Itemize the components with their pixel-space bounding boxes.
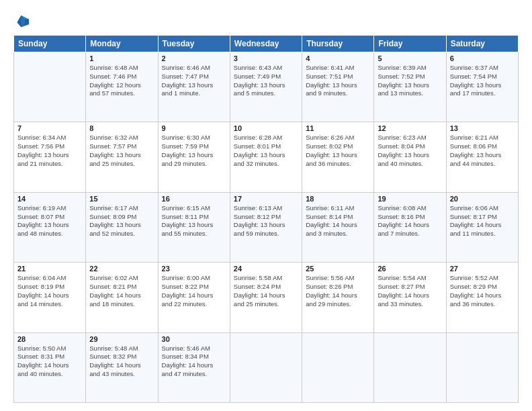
calendar-cell: 24Sunrise: 5:58 AMSunset: 8:24 PMDayligh… <box>230 263 302 332</box>
calendar-cell: 12Sunrise: 6:23 AMSunset: 8:04 PMDayligh… <box>374 122 446 192</box>
weekday-header-tuesday: Tuesday <box>158 36 230 52</box>
day-info: Sunrise: 6:04 AMSunset: 8:19 PMDaylight:… <box>17 274 82 308</box>
calendar-cell: 4Sunrise: 6:41 AMSunset: 7:51 PMDaylight… <box>302 52 374 122</box>
day-number: 26 <box>378 265 442 273</box>
day-info: Sunrise: 5:56 AMSunset: 8:26 PMDaylight:… <box>306 274 370 308</box>
day-info: Sunrise: 6:21 AMSunset: 8:06 PMDaylight:… <box>450 134 515 168</box>
calendar-cell: 13Sunrise: 6:21 AMSunset: 8:06 PMDayligh… <box>446 122 518 192</box>
calendar-cell: 25Sunrise: 5:56 AMSunset: 8:26 PMDayligh… <box>302 263 374 332</box>
calendar-cell: 30Sunrise: 5:46 AMSunset: 8:34 PMDayligh… <box>158 332 230 402</box>
day-info: Sunrise: 6:08 AMSunset: 8:16 PMDaylight:… <box>378 204 442 238</box>
weekday-header-monday: Monday <box>86 36 158 52</box>
day-number: 3 <box>234 54 298 62</box>
day-number: 22 <box>89 265 154 273</box>
day-number: 27 <box>450 265 515 273</box>
day-number: 21 <box>17 265 82 273</box>
calendar-cell: 15Sunrise: 6:17 AMSunset: 8:09 PMDayligh… <box>86 192 158 262</box>
calendar-cell <box>446 332 518 402</box>
day-info: Sunrise: 5:46 AMSunset: 8:34 PMDaylight:… <box>162 345 226 379</box>
day-info: Sunrise: 6:11 AMSunset: 8:14 PMDaylight:… <box>306 204 370 238</box>
day-info: Sunrise: 5:48 AMSunset: 8:32 PMDaylight:… <box>89 345 154 379</box>
day-number: 24 <box>234 265 298 273</box>
logo <box>13 12 31 28</box>
day-info: Sunrise: 6:00 AMSunset: 8:22 PMDaylight:… <box>162 274 226 308</box>
day-info: Sunrise: 6:19 AMSunset: 8:07 PMDaylight:… <box>17 204 82 238</box>
day-number: 11 <box>306 124 370 132</box>
day-number: 7 <box>17 124 82 132</box>
calendar-cell <box>374 332 446 402</box>
calendar-cell: 19Sunrise: 6:08 AMSunset: 8:16 PMDayligh… <box>374 192 446 262</box>
day-number: 18 <box>306 195 370 203</box>
day-info: Sunrise: 5:54 AMSunset: 8:27 PMDaylight:… <box>378 274 442 308</box>
calendar-cell: 11Sunrise: 6:26 AMSunset: 8:02 PMDayligh… <box>302 122 374 192</box>
day-number: 20 <box>450 195 515 203</box>
week-row-4: 21Sunrise: 6:04 AMSunset: 8:19 PMDayligh… <box>14 263 519 332</box>
day-info: Sunrise: 6:23 AMSunset: 8:04 PMDaylight:… <box>378 134 442 168</box>
calendar-cell: 7Sunrise: 6:34 AMSunset: 7:56 PMDaylight… <box>14 122 86 192</box>
day-info: Sunrise: 5:58 AMSunset: 8:24 PMDaylight:… <box>234 274 298 308</box>
calendar-cell <box>302 332 374 402</box>
day-info: Sunrise: 6:17 AMSunset: 8:09 PMDaylight:… <box>89 204 154 238</box>
week-row-1: 1Sunrise: 6:48 AMSunset: 7:46 PMDaylight… <box>14 52 519 122</box>
day-number: 25 <box>306 265 370 273</box>
calendar-cell: 6Sunrise: 6:37 AMSunset: 7:54 PMDaylight… <box>446 52 518 122</box>
day-number: 23 <box>162 265 226 273</box>
day-info: Sunrise: 6:02 AMSunset: 8:21 PMDaylight:… <box>89 274 154 308</box>
week-row-2: 7Sunrise: 6:34 AMSunset: 7:56 PMDaylight… <box>14 122 519 192</box>
day-number: 8 <box>89 124 154 132</box>
day-number: 28 <box>17 335 82 343</box>
calendar-cell: 18Sunrise: 6:11 AMSunset: 8:14 PMDayligh… <box>302 192 374 262</box>
calendar-cell: 23Sunrise: 6:00 AMSunset: 8:22 PMDayligh… <box>158 263 230 332</box>
logo-icon <box>16 13 31 28</box>
calendar-page: SundayMondayTuesdayWednesdayThursdayFrid… <box>0 0 532 411</box>
calendar-cell: 1Sunrise: 6:48 AMSunset: 7:46 PMDaylight… <box>86 52 158 122</box>
day-number: 13 <box>450 124 515 132</box>
day-number: 29 <box>89 335 154 343</box>
weekday-header-thursday: Thursday <box>302 36 374 52</box>
day-number: 9 <box>162 124 226 132</box>
weekday-header-sunday: Sunday <box>14 36 86 52</box>
day-number: 16 <box>162 195 226 203</box>
day-info: Sunrise: 6:15 AMSunset: 8:11 PMDaylight:… <box>162 204 226 238</box>
svg-marker-2 <box>25 19 29 24</box>
calendar-cell: 16Sunrise: 6:15 AMSunset: 8:11 PMDayligh… <box>158 192 230 262</box>
calendar-cell: 20Sunrise: 6:06 AMSunset: 8:17 PMDayligh… <box>446 192 518 262</box>
calendar-cell: 21Sunrise: 6:04 AMSunset: 8:19 PMDayligh… <box>14 263 86 332</box>
weekday-header-saturday: Saturday <box>446 36 518 52</box>
day-number: 5 <box>378 54 442 62</box>
calendar-cell: 8Sunrise: 6:32 AMSunset: 7:57 PMDaylight… <box>86 122 158 192</box>
calendar-cell: 3Sunrise: 6:43 AMSunset: 7:49 PMDaylight… <box>230 52 302 122</box>
calendar-cell: 27Sunrise: 5:52 AMSunset: 8:29 PMDayligh… <box>446 263 518 332</box>
day-number: 2 <box>162 54 226 62</box>
calendar-cell <box>230 332 302 402</box>
day-info: Sunrise: 6:46 AMSunset: 7:47 PMDaylight:… <box>162 64 226 98</box>
calendar-cell: 10Sunrise: 6:28 AMSunset: 8:01 PMDayligh… <box>230 122 302 192</box>
day-info: Sunrise: 6:30 AMSunset: 7:59 PMDaylight:… <box>162 134 226 168</box>
calendar-cell: 29Sunrise: 5:48 AMSunset: 8:32 PMDayligh… <box>86 332 158 402</box>
day-number: 4 <box>306 54 370 62</box>
calendar-cell: 14Sunrise: 6:19 AMSunset: 8:07 PMDayligh… <box>14 192 86 262</box>
day-number: 1 <box>89 54 154 62</box>
day-number: 15 <box>89 195 154 203</box>
calendar-cell: 26Sunrise: 5:54 AMSunset: 8:27 PMDayligh… <box>374 263 446 332</box>
calendar-cell <box>14 52 86 122</box>
day-info: Sunrise: 6:37 AMSunset: 7:54 PMDaylight:… <box>450 64 515 98</box>
calendar-cell: 2Sunrise: 6:46 AMSunset: 7:47 PMDaylight… <box>158 52 230 122</box>
day-number: 19 <box>378 195 442 203</box>
day-info: Sunrise: 6:26 AMSunset: 8:02 PMDaylight:… <box>306 134 370 168</box>
day-info: Sunrise: 5:50 AMSunset: 8:31 PMDaylight:… <box>17 345 82 379</box>
calendar-cell: 28Sunrise: 5:50 AMSunset: 8:31 PMDayligh… <box>14 332 86 402</box>
day-info: Sunrise: 6:13 AMSunset: 8:12 PMDaylight:… <box>234 204 298 238</box>
day-info: Sunrise: 6:32 AMSunset: 7:57 PMDaylight:… <box>89 134 154 168</box>
weekday-header-friday: Friday <box>374 36 446 52</box>
day-number: 14 <box>17 195 82 203</box>
day-info: Sunrise: 6:34 AMSunset: 7:56 PMDaylight:… <box>17 134 82 168</box>
day-info: Sunrise: 6:39 AMSunset: 7:52 PMDaylight:… <box>378 64 442 98</box>
day-number: 12 <box>378 124 442 132</box>
calendar-cell: 5Sunrise: 6:39 AMSunset: 7:52 PMDaylight… <box>374 52 446 122</box>
weekday-header-row: SundayMondayTuesdayWednesdayThursdayFrid… <box>14 36 519 52</box>
calendar-cell: 22Sunrise: 6:02 AMSunset: 8:21 PMDayligh… <box>86 263 158 332</box>
day-number: 17 <box>234 195 298 203</box>
calendar-cell: 17Sunrise: 6:13 AMSunset: 8:12 PMDayligh… <box>230 192 302 262</box>
day-info: Sunrise: 6:28 AMSunset: 8:01 PMDaylight:… <box>234 134 298 168</box>
